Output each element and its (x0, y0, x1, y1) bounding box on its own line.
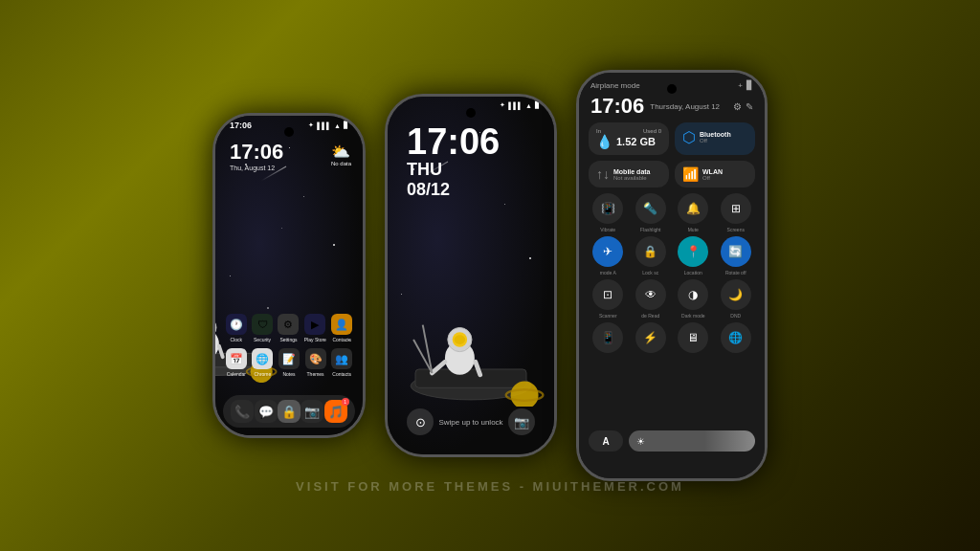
app-contacts2-label: Contacts (332, 371, 351, 377)
btn-dnd-label: DND (730, 313, 741, 319)
dock-music[interactable]: 🎵 1 (324, 400, 347, 423)
icon-grid-3: ⊡ Scanner 👁 de Read ◑ Dark mode 🌙 DND (589, 279, 755, 319)
btn-read-wrapper: 👁 de Read (632, 279, 671, 319)
app-row-1: 🕐 Clock 🛡 Security ⚙ Settings ▶ Play Sto… (223, 314, 355, 342)
app-chrome-label: Chrome (254, 371, 271, 377)
slider-a[interactable]: A (589, 430, 623, 452)
tile-row-1: In Used 0 💧 1.52 GB ⬡ Bluetooth Off (589, 122, 755, 155)
btn-r3[interactable]: 🖥 (678, 322, 708, 353)
icon-grid-1: 📳 Vibrate 🔦 Flashlight 🔔 Mute ⊞ Screens (589, 193, 755, 232)
app-contacts[interactable]: 👤 Contacts (331, 314, 352, 342)
svg-point-17 (455, 336, 466, 345)
btn-vibrate[interactable]: 📳 (592, 193, 623, 224)
app-settings[interactable]: ⚙ Settings (278, 314, 299, 342)
brightness-slider[interactable]: ☀ (629, 430, 755, 452)
storage-value: 1.52 GB (616, 136, 656, 147)
phone-left: 17:06 ✦ ▌▌▌ ▲ ▊ 17:06 Thu, August 12 ⛅ N… (212, 113, 366, 438)
clock-icon: 🕐 (226, 314, 247, 335)
btn-dnd[interactable]: 🌙 (721, 279, 751, 310)
app-notes[interactable]: 📝 Notes (278, 348, 300, 377)
mobiledata-icon: ↑↓ (596, 166, 610, 182)
app-calendar[interactable]: 📅 Calendar (226, 348, 247, 377)
app-playstore[interactable]: ▶ Play Store (304, 314, 326, 342)
status-time-left: 17:06 (230, 121, 252, 130)
btn-rotate-label: Rotate off (725, 270, 746, 276)
icon-grid-4: 📱 ⚡ 🖥 🌐 (589, 322, 755, 353)
btn-mute-label: Mute (688, 227, 699, 232)
home-clock: 17:06 Thu, August 12 (230, 140, 283, 171)
btn-airplane[interactable]: ✈ (592, 236, 623, 267)
app-clock-label: Clock (230, 337, 242, 342)
btn-darkmode[interactable]: ◑ (678, 279, 708, 310)
dock-phone[interactable]: 📞 (231, 400, 254, 423)
playstore-icon: ▶ (304, 314, 325, 335)
bt-icon-center: ✦ (500, 101, 505, 109)
btn-flashlight-label: Flashlight (640, 227, 660, 232)
lock-fingerprint-button[interactable]: 📷 (508, 408, 535, 435)
btn-airplane-label: mode A (600, 270, 616, 276)
wlan-sublabel: Off (702, 175, 723, 181)
app-themes-label: Themes (307, 371, 324, 377)
icon-grid-2: ✈ mode A 🔒 Lock sc 📍 Location 🔄 Rotate o… (589, 236, 755, 276)
dock-left: 📞 💬 🔒 📷 🎵 1 (223, 395, 355, 428)
btn-scanner-label: Scanner (599, 313, 617, 319)
lock-bottom-bar: ⊙ Swipe up to unlock 📷 (388, 408, 554, 435)
btn-r4[interactable]: 🌐 (721, 322, 751, 353)
storage-icon: 💧 (596, 134, 612, 149)
mobiledata-label: Mobile data (613, 168, 651, 175)
btn-read-label: de Read (641, 313, 659, 319)
app-security[interactable]: 🛡 Security (252, 314, 273, 342)
btn-read[interactable]: 👁 (635, 279, 666, 310)
btn-location[interactable]: 📍 (678, 236, 708, 267)
wlan-icon: 📶 (682, 166, 699, 182)
lock-date: 08/12 (407, 180, 500, 200)
battery-icon-center: ▊ (535, 101, 540, 109)
btn-locksc-wrapper: 🔒 Lock sc (632, 236, 671, 276)
btn-locksc[interactable]: 🔒 (635, 236, 666, 267)
btn-scanner[interactable]: ⊡ (592, 279, 623, 310)
security-icon: 🛡 (252, 314, 273, 335)
dock-lock[interactable]: 🔒 (278, 400, 301, 423)
calendar-icon: 📅 (226, 348, 247, 369)
airplane-mode-label: Airplane mode (590, 81, 640, 90)
cc-settings-icon[interactable]: ⚙ (733, 101, 742, 112)
app-clock[interactable]: 🕐 Clock (226, 314, 247, 342)
cc-edit-icon[interactable]: ✎ (746, 101, 753, 112)
btn-flashlight[interactable]: 🔦 (635, 193, 666, 224)
phone-right: Airplane mode + ▊ 17:06 Thursday, August… (576, 70, 768, 481)
tile-storage[interactable]: In Used 0 💧 1.52 GB (589, 122, 669, 155)
btn-r1[interactable]: 📱 (592, 322, 623, 353)
tile-wlan[interactable]: 📶 WLAN Off (675, 161, 755, 187)
app-themes[interactable]: 🎨 Themes (305, 348, 326, 377)
themes-icon: 🎨 (305, 348, 326, 369)
wifi-icon-center: ▲ (525, 102, 532, 109)
app-chrome[interactable]: 🌐 Chrome (252, 348, 273, 377)
btn-r2[interactable]: ⚡ (635, 322, 666, 353)
app-calendar-label: Calendar (227, 371, 246, 377)
storage-used: Used 0 (643, 128, 661, 134)
bluetooth-icon: ⬡ (682, 128, 696, 146)
btn-mute[interactable]: 🔔 (678, 193, 708, 224)
btn-r2-wrapper: ⚡ (632, 322, 671, 353)
dock-sms[interactable]: 💬 (255, 400, 278, 423)
wlan-label: WLAN (702, 168, 723, 175)
tile-mobiledata[interactable]: ↑↓ Mobile data Not available (589, 161, 669, 187)
home-time: 17:06 (230, 140, 283, 165)
btn-screens-wrapper: ⊞ Screens (717, 193, 756, 232)
btn-vibrate-label: Vibrate (600, 227, 615, 232)
cc-date: Thursday, August 12 (650, 102, 727, 111)
btn-screens[interactable]: ⊞ (721, 193, 751, 224)
signal-icon-center: ▌▌▌ (508, 102, 523, 109)
dock-camera[interactable]: 📷 (301, 400, 323, 423)
lock-camera-button[interactable]: ⊙ (407, 408, 434, 435)
cc-time: 17:06 (590, 94, 644, 119)
lock-time: 17:06 (407, 123, 500, 160)
app-security-label: Security (254, 337, 271, 342)
contacts2-icon: 👥 (331, 348, 352, 369)
tile-bluetooth[interactable]: ⬡ Bluetooth Off (675, 122, 755, 155)
status-bar-left: 17:06 ✦ ▌▌▌ ▲ ▊ (230, 121, 348, 130)
btn-rotate[interactable]: 🔄 (721, 236, 751, 267)
app-contacts2[interactable]: 👥 Contacts (331, 348, 352, 377)
tile-row-2: ↑↓ Mobile data Not available 📶 WLAN Off (589, 161, 755, 187)
bluetooth-label: Bluetooth (700, 131, 731, 138)
